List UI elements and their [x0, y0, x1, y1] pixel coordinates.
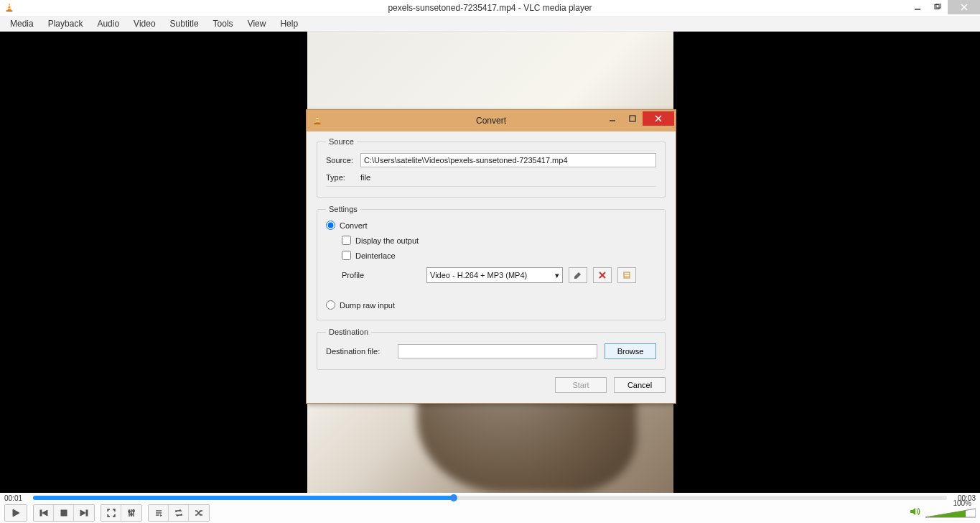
- svg-marker-13: [80, 510, 85, 516]
- prev-button[interactable]: [34, 505, 54, 521]
- display-output-checkbox[interactable]: [342, 236, 351, 245]
- deinterlace-checkbox[interactable]: [342, 251, 351, 260]
- controls-bar: 100%: [0, 503, 980, 523]
- menu-playback[interactable]: Playback: [41, 19, 90, 29]
- source-label: Source:: [326, 156, 360, 165]
- type-label: Type:: [326, 173, 360, 182]
- volume-slider[interactable]: [925, 508, 976, 518]
- menu-subtitle[interactable]: Subtitle: [163, 19, 206, 29]
- source-legend: Source: [326, 137, 357, 146]
- new-profile-button[interactable]: [617, 267, 636, 283]
- convert-radio[interactable]: [326, 221, 335, 230]
- settings-legend: Settings: [326, 205, 360, 213]
- svg-rect-29: [314, 123, 321, 124]
- close-button[interactable]: [948, 0, 980, 14]
- svg-rect-12: [61, 510, 67, 516]
- seek-row: 00:01 00:03: [0, 493, 980, 503]
- delete-profile-button[interactable]: [593, 267, 612, 283]
- dialog-close-button[interactable]: [643, 111, 674, 126]
- menu-bar: Media Playback Audio Video Subtitle Tool…: [0, 16, 980, 32]
- convert-dialog: Convert Source Source: Type: file Settin…: [306, 109, 676, 404]
- svg-rect-10: [40, 510, 42, 516]
- deinterlace-label: Deinterlace: [355, 251, 396, 260]
- destination-label: Destination file:: [326, 347, 391, 356]
- start-button[interactable]: Start: [555, 377, 607, 393]
- convert-radio-label: Convert: [340, 221, 368, 230]
- loop-button[interactable]: [169, 505, 189, 521]
- volume-area: 100%: [910, 506, 976, 519]
- svg-marker-11: [42, 510, 47, 516]
- svg-rect-33: [630, 116, 635, 121]
- menu-tools[interactable]: Tools: [206, 19, 241, 29]
- main-titlebar: pexels-sunsetoned-7235417.mp4 - VLC medi…: [0, 0, 980, 16]
- seek-knob[interactable]: [450, 494, 457, 501]
- maximize-button[interactable]: [928, 0, 948, 14]
- next-button[interactable]: [74, 505, 94, 521]
- play-button[interactable]: [5, 505, 27, 521]
- window-controls: [907, 0, 980, 14]
- cancel-button[interactable]: Cancel: [614, 377, 666, 393]
- menu-media[interactable]: Media: [3, 19, 41, 29]
- dialog-titlebar[interactable]: Convert: [307, 110, 676, 131]
- svg-marker-9: [13, 509, 19, 517]
- dialog-minimize-button[interactable]: [602, 111, 622, 126]
- edit-profile-button[interactable]: [569, 267, 587, 283]
- svg-rect-31: [316, 121, 319, 121]
- svg-rect-2: [8, 5, 10, 6]
- profile-value: Video - H.264 + MP3 (MP4): [430, 271, 527, 279]
- svg-rect-30: [316, 118, 318, 119]
- svg-marker-28: [315, 116, 319, 124]
- profile-label: Profile: [342, 271, 421, 279]
- profile-select[interactable]: Video - H.264 + MP3 (MP4) ▾: [426, 267, 563, 283]
- source-input[interactable]: [360, 153, 656, 167]
- svg-point-18: [129, 511, 130, 512]
- menu-view[interactable]: View: [241, 19, 274, 29]
- menu-video[interactable]: Video: [126, 19, 162, 29]
- svg-rect-14: [86, 510, 88, 516]
- svg-rect-1: [6, 10, 13, 11]
- volume-label: 100%: [953, 499, 971, 507]
- chevron-down-icon: ▾: [555, 271, 559, 280]
- menu-audio[interactable]: Audio: [90, 19, 126, 29]
- svg-marker-24: [160, 514, 162, 517]
- svg-rect-5: [935, 5, 939, 9]
- svg-rect-3: [8, 8, 11, 9]
- playlist-button[interactable]: [149, 505, 169, 521]
- seek-slider[interactable]: [33, 496, 947, 500]
- type-value: file: [360, 173, 370, 182]
- settings-group: Settings Convert Display the output Dein…: [317, 205, 666, 320]
- fullscreen-button[interactable]: [101, 505, 121, 521]
- destination-group: Destination Destination file: Browse: [317, 328, 666, 370]
- menu-help[interactable]: Help: [273, 19, 305, 29]
- svg-point-19: [131, 514, 132, 515]
- svg-rect-6: [936, 4, 941, 8]
- dump-raw-radio[interactable]: [326, 300, 335, 310]
- ext-settings-button[interactable]: [121, 505, 141, 521]
- shuffle-button[interactable]: [189, 505, 209, 521]
- speaker-icon[interactable]: [910, 506, 921, 519]
- dump-raw-label: Dump raw input: [340, 301, 395, 310]
- svg-marker-25: [910, 508, 915, 515]
- minimize-button[interactable]: [907, 0, 928, 14]
- browse-button[interactable]: Browse: [605, 343, 656, 359]
- destination-input[interactable]: [398, 344, 597, 358]
- seek-fill: [33, 496, 454, 500]
- dialog-maximize-button[interactable]: [622, 111, 643, 126]
- svg-marker-0: [7, 3, 11, 11]
- svg-point-20: [133, 510, 134, 512]
- vlc-cone-icon: [312, 115, 324, 126]
- stop-button[interactable]: [54, 505, 74, 521]
- svg-rect-38: [624, 272, 630, 278]
- window-title: pexels-sunsetoned-7235417.mp4 - VLC medi…: [0, 3, 980, 13]
- display-output-label: Display the output: [355, 236, 419, 245]
- destination-legend: Destination: [326, 328, 371, 336]
- elapsed-time: 00:01: [4, 494, 29, 502]
- vlc-cone-icon: [4, 2, 16, 14]
- source-group: Source Source: Type: file: [317, 137, 666, 198]
- svg-marker-27: [925, 510, 966, 517]
